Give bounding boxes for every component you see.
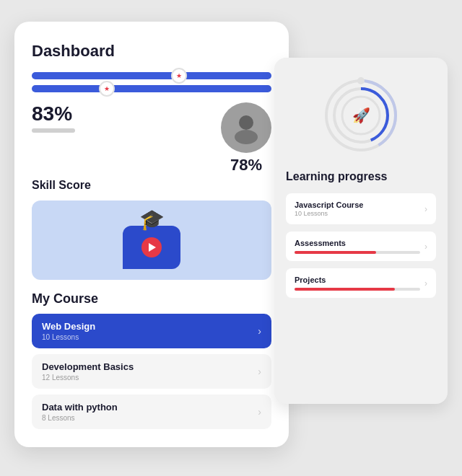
dashboard-title: Dashboard	[32, 42, 271, 61]
course-item-python[interactable]: Data with python 8 Lessons ›	[32, 395, 271, 429]
lp-item-left-2: Assessments	[295, 239, 420, 254]
progress-bar-2: ★	[32, 85, 271, 92]
course-lessons-1: 10 Lessons	[42, 333, 95, 341]
lp-chevron-1: ›	[424, 204, 427, 214]
right-card: 🚀 Learning progress Javascript Course 10…	[274, 58, 448, 404]
play-button[interactable]	[141, 237, 162, 257]
lp-item-name-1: Javascript Course	[295, 200, 420, 209]
star-icon-2: ★	[104, 85, 110, 92]
lp-item-left-1: Javascript Course 10 Lessons	[295, 200, 420, 217]
course-banner: 🎓	[32, 200, 271, 280]
rocket-icon: 🚀	[352, 107, 370, 124]
circle-progress-svg: 🚀	[321, 76, 401, 155]
my-course-title: My Course	[32, 291, 271, 307]
lp-list: Javascript Course 10 Lessons › Assessmen…	[286, 193, 436, 298]
progress-section: ★ ★	[32, 72, 271, 92]
chevron-icon-1: ›	[258, 325, 261, 337]
chevron-icon-3: ›	[258, 406, 261, 418]
stat-bar-small-1	[32, 128, 75, 133]
course-item-web-design[interactable]: Web Design 10 Lessons ›	[32, 314, 271, 348]
stat-block-1: 83%	[32, 102, 75, 133]
lp-chevron-3: ›	[424, 278, 427, 288]
avatar-container: 78%	[221, 102, 271, 175]
progress-bar-row-1: ★	[32, 72, 271, 79]
progress-bar-1: ★	[32, 72, 271, 79]
lp-item-name-3: Projects	[295, 276, 420, 284]
avatar	[221, 102, 271, 153]
skill-score-label: Skill Score	[32, 179, 271, 192]
course-item-left-2: Development Basics 12 Lessons	[42, 361, 134, 382]
lp-item-sub-1: 10 Lessons	[295, 210, 420, 217]
svg-point-1	[235, 130, 258, 144]
lp-item-bar-bg-2	[295, 251, 420, 254]
main-card: Dashboard ★ ★ 83%	[14, 22, 289, 447]
avatar-svg	[228, 110, 264, 146]
course-item-left-3: Data with python 8 Lessons	[42, 402, 118, 422]
course-lessons-3: 8 Lessons	[42, 414, 118, 422]
lp-item-bar-bg-3	[295, 288, 420, 291]
course-list: Web Design 10 Lessons › Development Basi…	[32, 314, 271, 429]
lp-item-left-3: Projects	[295, 276, 420, 291]
course-lessons-2: 12 Lessons	[42, 374, 134, 382]
lp-item-assessments[interactable]: Assessments ›	[286, 232, 436, 261]
chevron-icon-2: ›	[258, 366, 261, 377]
lp-item-projects[interactable]: Projects ›	[286, 268, 436, 298]
stats-row: 83% 78%	[32, 102, 271, 175]
star-badge-2: ★	[99, 81, 115, 97]
star-icon-1: ★	[176, 72, 182, 79]
course-item-left-1: Web Design 10 Lessons	[42, 321, 95, 341]
lp-item-bar-fill-2	[295, 251, 376, 254]
lp-item-name-2: Assessments	[295, 239, 420, 247]
course-name-2: Development Basics	[42, 361, 134, 372]
course-name-3: Data with python	[42, 402, 118, 413]
stat-percent-2: 78%	[230, 156, 262, 175]
star-badge-1: ★	[171, 68, 187, 84]
lp-chevron-2: ›	[424, 242, 427, 252]
video-bubble[interactable]	[123, 226, 180, 269]
svg-point-0	[239, 115, 253, 130]
course-name-1: Web Design	[42, 321, 95, 332]
scene: Dashboard ★ ★ 83%	[14, 14, 448, 462]
lp-title: Learning progress	[286, 170, 436, 183]
ring-dot	[357, 77, 365, 84]
lp-item-bar-fill-3	[295, 288, 395, 291]
progress-bar-row-2: ★	[32, 85, 271, 92]
play-triangle-icon	[149, 243, 156, 252]
circle-progress-container: 🚀	[286, 72, 436, 159]
course-item-dev-basics[interactable]: Development Basics 12 Lessons ›	[32, 354, 271, 389]
lp-item-javascript[interactable]: Javascript Course 10 Lessons ›	[286, 193, 436, 224]
stat-percent-1: 83%	[32, 102, 75, 125]
cap-icon: 🎓	[139, 208, 165, 232]
